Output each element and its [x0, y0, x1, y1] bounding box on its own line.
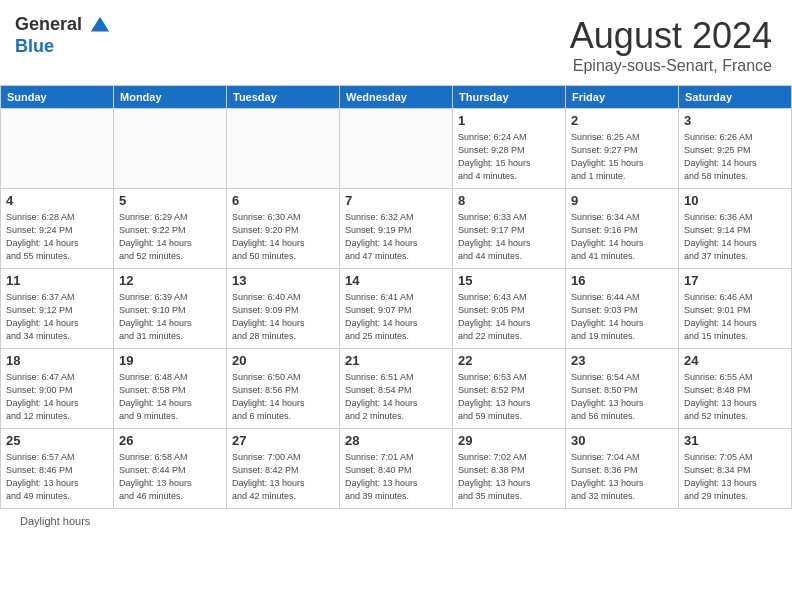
- day-number: 29: [458, 432, 560, 450]
- title-block: August 2024 Epinay-sous-Senart, France: [570, 15, 772, 75]
- day-number: 11: [6, 272, 108, 290]
- calendar-cell: 1Sunrise: 6:24 AMSunset: 9:28 PMDaylight…: [453, 109, 566, 189]
- day-header-thursday: Thursday: [453, 86, 566, 109]
- calendar-cell: 25Sunrise: 6:57 AMSunset: 8:46 PMDayligh…: [1, 429, 114, 509]
- calendar-cell: 26Sunrise: 6:58 AMSunset: 8:44 PMDayligh…: [114, 429, 227, 509]
- calendar-cell: 27Sunrise: 7:00 AMSunset: 8:42 PMDayligh…: [227, 429, 340, 509]
- day-number: 12: [119, 272, 221, 290]
- logo-icon: [89, 15, 111, 37]
- day-number: 18: [6, 352, 108, 370]
- month-title: August 2024: [570, 15, 772, 57]
- day-number: 19: [119, 352, 221, 370]
- calendar-cell: 11Sunrise: 6:37 AMSunset: 9:12 PMDayligh…: [1, 269, 114, 349]
- day-header-friday: Friday: [566, 86, 679, 109]
- day-number: 28: [345, 432, 447, 450]
- day-info: Sunrise: 6:32 AMSunset: 9:19 PMDaylight:…: [345, 211, 447, 263]
- day-header-saturday: Saturday: [679, 86, 792, 109]
- day-info: Sunrise: 6:51 AMSunset: 8:54 PMDaylight:…: [345, 371, 447, 423]
- day-info: Sunrise: 6:54 AMSunset: 8:50 PMDaylight:…: [571, 371, 673, 423]
- day-info: Sunrise: 6:57 AMSunset: 8:46 PMDaylight:…: [6, 451, 108, 503]
- day-number: 6: [232, 192, 334, 210]
- day-number: 16: [571, 272, 673, 290]
- day-info: Sunrise: 6:33 AMSunset: 9:17 PMDaylight:…: [458, 211, 560, 263]
- calendar-cell: 2Sunrise: 6:25 AMSunset: 9:27 PMDaylight…: [566, 109, 679, 189]
- day-number: 14: [345, 272, 447, 290]
- daylight-label: Daylight hours: [20, 515, 90, 527]
- calendar-cell: 12Sunrise: 6:39 AMSunset: 9:10 PMDayligh…: [114, 269, 227, 349]
- day-number: 20: [232, 352, 334, 370]
- day-info: Sunrise: 6:24 AMSunset: 9:28 PMDaylight:…: [458, 131, 560, 183]
- calendar-cell: 18Sunrise: 6:47 AMSunset: 9:00 PMDayligh…: [1, 349, 114, 429]
- day-number: 4: [6, 192, 108, 210]
- day-number: 17: [684, 272, 786, 290]
- day-info: Sunrise: 6:34 AMSunset: 9:16 PMDaylight:…: [571, 211, 673, 263]
- day-info: Sunrise: 6:25 AMSunset: 9:27 PMDaylight:…: [571, 131, 673, 183]
- day-number: 1: [458, 112, 560, 130]
- day-number: 5: [119, 192, 221, 210]
- calendar-cell: 5Sunrise: 6:29 AMSunset: 9:22 PMDaylight…: [114, 189, 227, 269]
- week-row-3: 11Sunrise: 6:37 AMSunset: 9:12 PMDayligh…: [1, 269, 792, 349]
- day-number: 30: [571, 432, 673, 450]
- day-info: Sunrise: 6:46 AMSunset: 9:01 PMDaylight:…: [684, 291, 786, 343]
- location-title: Epinay-sous-Senart, France: [570, 57, 772, 75]
- calendar-cell: 22Sunrise: 6:53 AMSunset: 8:52 PMDayligh…: [453, 349, 566, 429]
- calendar-cell: 31Sunrise: 7:05 AMSunset: 8:34 PMDayligh…: [679, 429, 792, 509]
- day-number: 31: [684, 432, 786, 450]
- calendar-cell: 29Sunrise: 7:02 AMSunset: 8:38 PMDayligh…: [453, 429, 566, 509]
- calendar-cell: 6Sunrise: 6:30 AMSunset: 9:20 PMDaylight…: [227, 189, 340, 269]
- calendar-cell: [227, 109, 340, 189]
- calendar-cell: 24Sunrise: 6:55 AMSunset: 8:48 PMDayligh…: [679, 349, 792, 429]
- day-header-monday: Monday: [114, 86, 227, 109]
- day-info: Sunrise: 6:39 AMSunset: 9:10 PMDaylight:…: [119, 291, 221, 343]
- day-info: Sunrise: 6:26 AMSunset: 9:25 PMDaylight:…: [684, 131, 786, 183]
- day-info: Sunrise: 6:44 AMSunset: 9:03 PMDaylight:…: [571, 291, 673, 343]
- day-number: 13: [232, 272, 334, 290]
- logo-general: General: [15, 14, 82, 34]
- calendar-cell: 21Sunrise: 6:51 AMSunset: 8:54 PMDayligh…: [340, 349, 453, 429]
- calendar-cell: 8Sunrise: 6:33 AMSunset: 9:17 PMDaylight…: [453, 189, 566, 269]
- day-info: Sunrise: 6:36 AMSunset: 9:14 PMDaylight:…: [684, 211, 786, 263]
- week-row-5: 25Sunrise: 6:57 AMSunset: 8:46 PMDayligh…: [1, 429, 792, 509]
- calendar-cell: 4Sunrise: 6:28 AMSunset: 9:24 PMDaylight…: [1, 189, 114, 269]
- header: General Blue August 2024 Epinay-sous-Sen…: [0, 0, 792, 85]
- day-number: 27: [232, 432, 334, 450]
- day-info: Sunrise: 6:30 AMSunset: 9:20 PMDaylight:…: [232, 211, 334, 263]
- calendar-cell: 28Sunrise: 7:01 AMSunset: 8:40 PMDayligh…: [340, 429, 453, 509]
- day-info: Sunrise: 6:37 AMSunset: 9:12 PMDaylight:…: [6, 291, 108, 343]
- footer: Daylight hours: [0, 509, 792, 533]
- day-info: Sunrise: 6:48 AMSunset: 8:58 PMDaylight:…: [119, 371, 221, 423]
- day-info: Sunrise: 6:28 AMSunset: 9:24 PMDaylight:…: [6, 211, 108, 263]
- day-info: Sunrise: 6:50 AMSunset: 8:56 PMDaylight:…: [232, 371, 334, 423]
- calendar-cell: 7Sunrise: 6:32 AMSunset: 9:19 PMDaylight…: [340, 189, 453, 269]
- calendar-cell: 3Sunrise: 6:26 AMSunset: 9:25 PMDaylight…: [679, 109, 792, 189]
- calendar-cell: [1, 109, 114, 189]
- day-header-sunday: Sunday: [1, 86, 114, 109]
- day-info: Sunrise: 7:00 AMSunset: 8:42 PMDaylight:…: [232, 451, 334, 503]
- calendar-cell: 17Sunrise: 6:46 AMSunset: 9:01 PMDayligh…: [679, 269, 792, 349]
- logo: General Blue: [15, 15, 111, 57]
- day-number: 24: [684, 352, 786, 370]
- day-number: 26: [119, 432, 221, 450]
- calendar-cell: 19Sunrise: 6:48 AMSunset: 8:58 PMDayligh…: [114, 349, 227, 429]
- svg-marker-0: [90, 17, 108, 32]
- day-info: Sunrise: 6:29 AMSunset: 9:22 PMDaylight:…: [119, 211, 221, 263]
- calendar-cell: 16Sunrise: 6:44 AMSunset: 9:03 PMDayligh…: [566, 269, 679, 349]
- day-info: Sunrise: 7:05 AMSunset: 8:34 PMDaylight:…: [684, 451, 786, 503]
- calendar-cell: 14Sunrise: 6:41 AMSunset: 9:07 PMDayligh…: [340, 269, 453, 349]
- week-row-4: 18Sunrise: 6:47 AMSunset: 9:00 PMDayligh…: [1, 349, 792, 429]
- day-info: Sunrise: 6:47 AMSunset: 9:00 PMDaylight:…: [6, 371, 108, 423]
- day-number: 25: [6, 432, 108, 450]
- week-row-1: 1Sunrise: 6:24 AMSunset: 9:28 PMDaylight…: [1, 109, 792, 189]
- day-info: Sunrise: 6:41 AMSunset: 9:07 PMDaylight:…: [345, 291, 447, 343]
- day-number: 7: [345, 192, 447, 210]
- calendar-header-row: SundayMondayTuesdayWednesdayThursdayFrid…: [1, 86, 792, 109]
- day-number: 9: [571, 192, 673, 210]
- day-number: 3: [684, 112, 786, 130]
- calendar-cell: 15Sunrise: 6:43 AMSunset: 9:05 PMDayligh…: [453, 269, 566, 349]
- calendar-table: SundayMondayTuesdayWednesdayThursdayFrid…: [0, 85, 792, 509]
- day-info: Sunrise: 7:02 AMSunset: 8:38 PMDaylight:…: [458, 451, 560, 503]
- calendar-cell: [340, 109, 453, 189]
- day-number: 8: [458, 192, 560, 210]
- day-info: Sunrise: 6:43 AMSunset: 9:05 PMDaylight:…: [458, 291, 560, 343]
- calendar-cell: [114, 109, 227, 189]
